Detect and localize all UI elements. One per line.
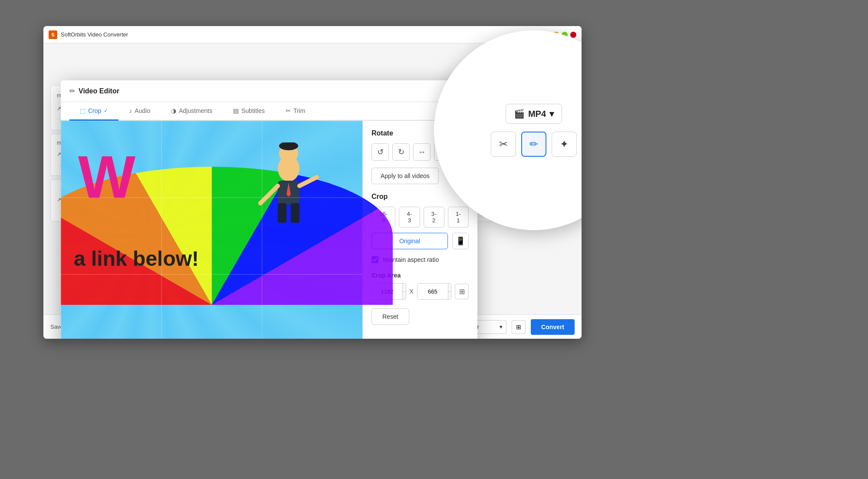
crop-grid-button[interactable]: ⊞	[455, 284, 469, 299]
character-figure	[258, 142, 319, 229]
height-down-button[interactable]: ▼	[448, 292, 452, 300]
tab-bar: ⬚ Crop ✓ ♪ Audio ◑ Adjustments ▤ Subtitl…	[61, 102, 477, 121]
ratio-3-2-button[interactable]: 3-2	[424, 207, 444, 228]
audio-tab-label: Audio	[135, 107, 150, 114]
app-content: Register ⚙ SC 🎬 MP4 ▾ ✂ ✏ ✦ mp4	[43, 43, 582, 339]
adjustments-tab-label: Adjustments	[179, 107, 212, 114]
flip-horizontal-button[interactable]: ↔	[413, 143, 431, 161]
apply-all-button[interactable]: Apply to all videos	[372, 168, 439, 184]
trim-tab-icon: ✂	[286, 107, 291, 114]
svg-rect-6	[291, 203, 299, 223]
height-spinner: ▲ ▼	[448, 284, 452, 299]
width-down-button[interactable]: ▼	[403, 292, 406, 300]
zoom-cut-button[interactable]: ✂	[491, 132, 516, 157]
dialog-title: Video Editor	[79, 87, 457, 95]
app-icon: S	[49, 30, 57, 39]
zoom-dropdown-arrow: ▾	[549, 109, 554, 119]
video-editor-dialog: ✏ Video Editor × ⬚ Crop ✓ ♪ Audio ◑ Adju…	[61, 80, 477, 339]
crop-tab-label: Crop	[88, 107, 101, 114]
svg-line-8	[299, 177, 317, 186]
width-up-button[interactable]: ▲	[403, 284, 406, 292]
ratio-4-3-button[interactable]: 4-3	[399, 207, 420, 228]
app-window: S SoftOrbits Video Converter Register ⚙ …	[43, 26, 582, 339]
tab-crop[interactable]: ⬚ Crop ✓	[69, 102, 118, 121]
zoom-toolbar: ✂ ✏ ✦	[491, 132, 577, 157]
crop-x-separator: X	[410, 288, 414, 295]
audio-tab-icon: ♪	[129, 107, 132, 114]
zoom-format-selector[interactable]: 🎬 MP4 ▾	[506, 104, 562, 124]
subtitles-tab-label: Subtitles	[241, 107, 265, 114]
rotate-left-button[interactable]: ↺	[372, 143, 389, 161]
dialog-body: W a link below!	[61, 121, 477, 339]
tab-trim[interactable]: ✂ Trim	[275, 102, 316, 121]
width-spinner: ▲ ▼	[402, 284, 406, 299]
dropdown-chevron: ▾	[500, 324, 503, 330]
trim-tab-label: Trim	[293, 107, 305, 114]
phone-orientation-button[interactable]: 📱	[452, 233, 469, 249]
adjustments-tab-icon: ◑	[171, 107, 176, 114]
zoom-format-label: MP4	[528, 109, 546, 119]
crop-tab-check: ✓	[104, 108, 108, 114]
svg-line-7	[260, 186, 278, 203]
subtitles-tab-icon: ▤	[233, 107, 239, 114]
crop-tab-icon: ⬚	[80, 107, 85, 114]
crop-height-input-group: ▲ ▼	[417, 283, 452, 300]
rotate-right-button[interactable]: ↻	[392, 143, 410, 161]
video-preview-area: W a link below!	[61, 121, 362, 339]
preview-letter-w: W	[78, 147, 135, 208]
app-title: SoftOrbits Video Converter	[61, 31, 553, 38]
crop-height-input[interactable]	[418, 284, 448, 299]
ratio-1-1-button[interactable]: 1-1	[448, 207, 469, 228]
preview-text: a link below!	[74, 247, 199, 271]
svg-rect-5	[278, 203, 286, 223]
convert-button[interactable]: Convert	[531, 319, 575, 335]
tab-subtitles[interactable]: ▤ Subtitles	[223, 102, 275, 121]
grid-view-button[interactable]: ⊞	[512, 320, 526, 334]
zoom-film-icon: 🎬	[514, 109, 525, 119]
crop-section-title: Crop	[372, 193, 469, 201]
reset-button[interactable]: Reset	[372, 308, 409, 325]
height-up-button[interactable]: ▲	[448, 284, 452, 292]
zoom-edit-button[interactable]: ✏	[521, 132, 546, 157]
preview-background: W a link below!	[61, 121, 362, 339]
close-button[interactable]	[570, 32, 576, 38]
dialog-header: ✏ Video Editor ×	[61, 80, 477, 102]
tab-audio[interactable]: ♪ Audio	[118, 102, 161, 121]
zoom-magic-button[interactable]: ✦	[552, 132, 577, 157]
editor-icon: ✏	[69, 87, 75, 95]
tab-adjustments[interactable]: ◑ Adjustments	[161, 102, 223, 121]
